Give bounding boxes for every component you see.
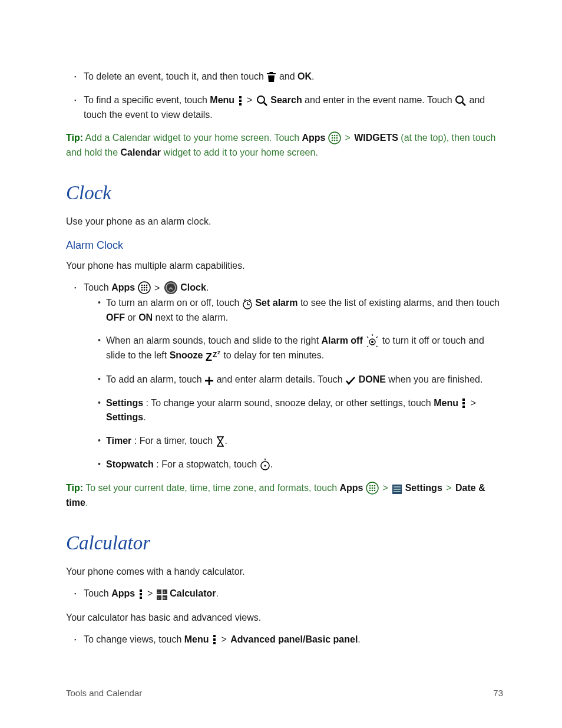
bullet-delete-event: To delete an event, touch it, and then t… [84, 70, 503, 84]
text: . [312, 71, 314, 81]
svg-point-25 [143, 289, 145, 291]
set-alarm-label: Set alarm [255, 298, 297, 308]
svg-point-59 [374, 487, 376, 489]
calculator-bullets-1: Touch Apps > −+÷= Calculator. [66, 587, 503, 601]
separator: > [246, 95, 256, 105]
alarm-clock-heading: Alarm Clock [66, 238, 503, 253]
search-label: Search [270, 95, 302, 105]
text: To turn an alarm on or off, touch [106, 298, 242, 308]
settings-app-icon [392, 482, 402, 496]
bullet-alarm-sounds: When an alarm sounds, touch and slide to… [106, 334, 503, 363]
svg-rect-65 [394, 489, 401, 490]
svg-point-9 [334, 134, 336, 136]
calculator-bullets-2: To change views, touch Menu > Advanced p… [66, 633, 503, 647]
menu-icon [211, 633, 217, 647]
footer-section: Tools and Calendar [66, 687, 142, 700]
bullet-stopwatch: Stopwatch : For a stopwatch, touch . [106, 457, 503, 472]
bullet-open-clock: Touch Apps > Clock. To turn an alarm on … [84, 281, 503, 472]
clock-bullets: Touch Apps > Clock. To turn an alarm on … [66, 281, 503, 472]
svg-point-40 [371, 341, 373, 343]
calculator-intro: Your phone comes with a handy calculator… [66, 565, 503, 578]
apps-label: Apps [340, 483, 363, 493]
svg-point-18 [141, 285, 143, 286]
text: widget to add it to your home screen. [163, 147, 318, 157]
trash-icon [266, 70, 276, 84]
svg-point-26 [146, 289, 147, 291]
svg-line-32 [244, 299, 246, 301]
bullet-open-calculator: Touch Apps > −+÷= Calculator. [84, 587, 503, 601]
text: Touch [84, 283, 111, 293]
settings-heading: Settings [106, 398, 143, 408]
svg-text:−: − [157, 589, 160, 595]
svg-point-58 [372, 487, 373, 489]
svg-point-5 [456, 96, 463, 103]
ok-label: OK [297, 71, 312, 81]
menu-label: Menu [210, 95, 234, 105]
svg-rect-67 [140, 589, 142, 592]
text: to delay for ten minutes. [223, 350, 324, 360]
stopwatch-icon [260, 458, 270, 472]
text: and enter alarm details. Touch [217, 374, 346, 384]
page-content: To delete an event, touch it, and then t… [0, 0, 562, 647]
svg-line-36 [367, 337, 368, 338]
svg-point-15 [334, 139, 336, 141]
separator: > [146, 588, 157, 598]
text: . [225, 436, 227, 446]
svg-point-20 [146, 285, 147, 286]
svg-line-4 [264, 103, 267, 106]
text: . [143, 412, 146, 422]
calendar-label: Calendar [121, 147, 161, 157]
text: to see the list of existing alarms, and … [300, 298, 500, 308]
on-label: ON [138, 312, 153, 322]
svg-rect-2 [239, 103, 242, 106]
svg-point-50 [264, 465, 266, 467]
bullet-settings: Settings : To change your alarm sound, s… [106, 396, 503, 424]
separator: > [153, 283, 164, 293]
apps-label: Apps [111, 283, 135, 293]
search-icon [256, 94, 268, 108]
text: To change views, touch [84, 634, 184, 644]
menu-icon [461, 397, 467, 410]
svg-text:Z: Z [213, 351, 217, 359]
clock-label: Clock [180, 283, 206, 293]
text: When an alarm sounds, touch and slide to… [106, 335, 322, 345]
hourglass-icon [216, 434, 225, 448]
timer-heading: Timer [106, 436, 131, 446]
bullet-timer: Timer : For a timer, touch . [106, 434, 503, 448]
bullet-change-view: To change views, touch Menu > Advanced p… [84, 633, 503, 647]
svg-point-54 [369, 485, 371, 487]
text: and enter in the event name. Touch [305, 95, 455, 105]
alarm-off-icon [365, 334, 379, 348]
svg-text:=: = [163, 596, 166, 600]
text: : For a stopwatch, touch [156, 459, 259, 469]
svg-line-37 [376, 337, 378, 338]
tip-date-time: Tip: To set your current date, time, tim… [66, 481, 503, 509]
calculator-heading: Calculator [66, 529, 503, 558]
separator: > [470, 398, 477, 408]
separator: > [381, 483, 392, 493]
menu-icon [138, 588, 144, 601]
svg-rect-1 [239, 100, 242, 102]
alarm-clock-intro: Your phone has multiple alarm capabiliti… [66, 259, 503, 272]
svg-point-57 [369, 487, 371, 489]
separator: > [220, 634, 230, 644]
apps-icon [366, 482, 379, 496]
menu-label: Menu [184, 634, 209, 644]
text: Add a Calendar widget to your home scree… [85, 133, 302, 143]
svg-rect-46 [462, 398, 465, 401]
clock-app-icon [164, 281, 178, 296]
text: . [358, 634, 360, 644]
svg-point-16 [336, 139, 338, 141]
bullet-toggle-alarm: To turn an alarm on or off, touch Set al… [106, 296, 503, 324]
svg-line-39 [376, 346, 378, 347]
text: Touch [84, 588, 111, 598]
alarm-off-label: Alarm off [322, 335, 363, 345]
svg-text:Z: Z [217, 350, 220, 355]
off-label: OFF [106, 312, 125, 322]
text: . [270, 459, 273, 469]
svg-point-12 [334, 137, 336, 139]
calendar-bullets: To delete an event, touch it, and then t… [66, 70, 503, 121]
text: To find a specific event, touch [84, 95, 210, 105]
svg-point-55 [372, 485, 373, 487]
svg-line-33 [249, 299, 251, 301]
